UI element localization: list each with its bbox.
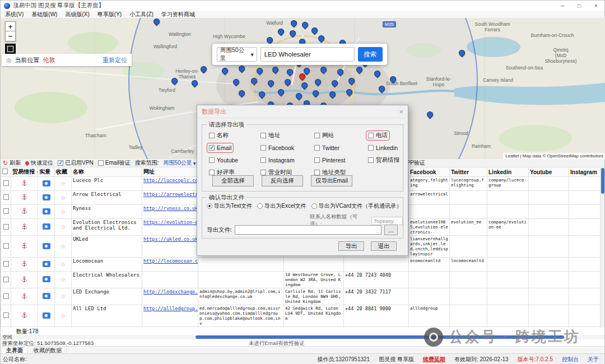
search-button[interactable]: 搜索	[358, 47, 383, 62]
relocate-link[interactable]: 重新定位	[103, 56, 127, 64]
vertical-scrollbar[interactable]	[600, 167, 604, 328]
menu-item[interactable]: 高级版(X)	[65, 11, 89, 18]
keyword-search-input[interactable]	[260, 47, 355, 62]
about-link[interactable]: 关于	[588, 356, 599, 363]
maximize-button[interactable]: □	[571, 1, 588, 11]
export-format-option[interactable]: 导出为Excel文件	[257, 202, 306, 210]
column-header[interactable]: Instagram	[569, 167, 602, 177]
favorite-star-icon[interactable]: ☆	[61, 194, 66, 201]
menu-item[interactable]: 小工具(Z)	[129, 11, 153, 18]
fullscreen-button[interactable]	[5, 44, 16, 54]
filter-icon[interactable]: ▼	[36, 170, 38, 174]
menu-item[interactable]: 尊享版(Y)	[97, 11, 122, 18]
export-option[interactable]: Facebook	[259, 144, 295, 152]
invert-selection-button[interactable]: 反向选择	[262, 175, 303, 186]
export-option[interactable]: Pinterest	[313, 156, 346, 164]
export-format-option[interactable]: 导出为VCard文件（手机通讯录）	[311, 202, 402, 210]
zoom-out-button[interactable]: −	[5, 31, 16, 41]
export-option[interactable]: 电话	[367, 132, 389, 139]
column-header[interactable]: 收藏	[55, 167, 72, 177]
row-checkbox[interactable]	[3, 194, 9, 200]
column-header[interactable]: 网址	[142, 167, 198, 177]
select-all-checkbox[interactable]	[2, 169, 8, 174]
streetview-icon[interactable]	[43, 243, 50, 249]
row-checkbox[interactable]	[3, 180, 9, 186]
column-header[interactable]: 实景	[38, 167, 55, 177]
zoom-in-button[interactable]: +	[5, 21, 16, 31]
favorite-star-icon[interactable]: ☆	[61, 180, 66, 187]
trade-intel-icon[interactable]	[21, 278, 27, 284]
website-link[interactable]: https://ukled.co.uk	[143, 236, 198, 242]
row-checkbox[interactable]	[3, 243, 9, 249]
select-all-button[interactable]: 全部选择	[212, 175, 254, 186]
menu-item[interactable]: 系统(V)	[5, 11, 24, 18]
trade-intel-icon[interactable]	[21, 196, 27, 202]
row-checkbox[interactable]	[3, 293, 9, 299]
column-header[interactable]: Twitter	[450, 167, 487, 177]
website-link[interactable]: http://ledexchange.co.uk	[143, 289, 198, 295]
row-checkbox[interactable]	[3, 277, 9, 282]
streetview-icon[interactable]	[43, 208, 50, 214]
export-option[interactable]: Email	[208, 144, 232, 152]
export-option[interactable]: 网站	[313, 132, 335, 139]
email-only-button[interactable]: 仅导出Email	[311, 175, 352, 186]
column-header[interactable]: Youtube	[529, 167, 569, 177]
export-option[interactable]: 名称	[208, 132, 230, 139]
menu-item[interactable]: 学习资料商城	[161, 11, 195, 18]
tab-favorites[interactable]: 收藏的数据	[29, 347, 67, 354]
row-checkbox[interactable]	[3, 261, 9, 267]
trade-intel-icon[interactable]	[21, 295, 27, 301]
trade-intel-icon[interactable]	[21, 182, 27, 188]
export-option[interactable]: Youtube	[208, 156, 239, 164]
streetview-icon[interactable]	[43, 194, 50, 200]
browse-button[interactable]: …	[384, 225, 398, 235]
exit-button[interactable]: 退出	[371, 241, 397, 251]
horizontal-scrollbar-thumb[interactable]	[196, 335, 564, 339]
renew-link[interactable]: 续费延期	[423, 356, 445, 363]
dialog-close-button[interactable]: ×	[399, 108, 403, 116]
row-checkbox[interactable]	[3, 208, 9, 214]
website-link[interactable]: https://evolution-ee.com	[143, 220, 198, 225]
email-verify-checkbox[interactable]: Email验证	[98, 159, 131, 167]
tab-main[interactable]: 主界面	[2, 347, 28, 354]
website-link[interactable]: http://allledgroup.com	[143, 306, 198, 311]
favorite-star-icon[interactable]: ☆	[61, 293, 66, 300]
search-range-select[interactable]: 周围50公里▾	[164, 159, 196, 167]
favorite-star-icon[interactable]: ☆	[61, 208, 66, 215]
website-link[interactable]: https://arrowelectricals.co.uk	[143, 192, 198, 197]
export-option[interactable]: 贸易情报	[367, 156, 401, 164]
column-header[interactable]: Facebook	[409, 167, 450, 177]
streetview-icon[interactable]	[43, 180, 50, 186]
export-option[interactable]: Instagram	[259, 156, 296, 164]
row-checkbox[interactable]	[3, 224, 9, 230]
export-option[interactable]: Linkedin	[367, 144, 399, 152]
trade-intel-icon[interactable]	[21, 245, 27, 250]
trade-intel-icon[interactable]	[21, 263, 27, 268]
radius-select[interactable]: 周围50公里 ▾	[217, 47, 257, 62]
column-header[interactable]: Linkedin	[487, 167, 529, 177]
website-link[interactable]: http://lucecoplc.com	[143, 178, 198, 183]
close-button[interactable]: ×	[588, 1, 604, 11]
website-link[interactable]: http://ryness.co.uk	[143, 206, 198, 211]
column-header[interactable]: 贸易情报▼	[11, 167, 38, 177]
horizontal-scrollbar[interactable]: 空间	[1, 335, 604, 339]
streetview-icon[interactable]	[43, 312, 50, 319]
column-header[interactable]: 名称	[72, 167, 142, 177]
trade-intel-icon[interactable]	[21, 314, 27, 320]
trade-intel-icon[interactable]	[21, 210, 27, 216]
quick-locate-button[interactable]: 快速定位	[25, 159, 53, 167]
contact-name-input[interactable]: Topeasy	[371, 217, 403, 225]
streetview-icon[interactable]	[43, 293, 50, 299]
select-all-header[interactable]	[1, 167, 11, 177]
streetview-icon[interactable]	[43, 261, 50, 267]
export-option[interactable]: 地址	[259, 132, 281, 139]
menu-item[interactable]: 基础版(W)	[31, 11, 57, 18]
vpn-checkbox[interactable]: 已启用VPN	[58, 159, 94, 167]
favorite-star-icon[interactable]: ☆	[61, 276, 66, 283]
export-button[interactable]: 导出	[338, 241, 364, 251]
vertical-scrollbar-thumb[interactable]	[601, 168, 604, 194]
minimize-button[interactable]: ─	[554, 1, 571, 11]
streetview-icon[interactable]	[43, 276, 50, 282]
refresh-button[interactable]: ↻刷新	[3, 159, 21, 167]
export-option[interactable]: Twitter	[313, 144, 341, 152]
